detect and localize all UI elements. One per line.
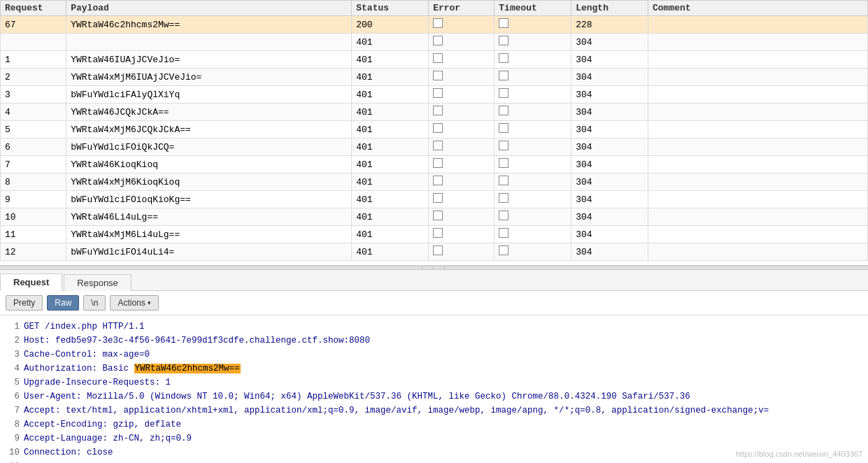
highlighted-token: YWRtaW46c2hhcms2Mw== xyxy=(134,364,241,373)
intruder-results-table[interactable]: Request Payload Status Error Timeout Len… xyxy=(0,0,868,266)
cell-error[interactable] xyxy=(429,104,495,121)
cell-payload: YWRtaW46IUAjJCVeJio= xyxy=(66,51,352,69)
cell-comment xyxy=(648,243,868,261)
cell-length: 304 xyxy=(571,173,648,191)
table-row[interactable]: 67YWRtaW46c2hhcms2Mw==200228 xyxy=(1,16,868,34)
table-row[interactable]: 11YWRtaW4xMjM6Li4uLg==401304 xyxy=(1,226,868,243)
table-row[interactable]: 3bWFuYWdlciFAlyQlXiYq401304 xyxy=(1,86,868,104)
cell-comment xyxy=(648,173,868,191)
request-line: 4Authorization: Basic YWRtaW46c2hhcms2Mw… xyxy=(7,362,861,376)
request-line: 9Accept-Language: zh-CN, zh;q=0.9 xyxy=(7,432,861,446)
table-row[interactable]: 12bWFuYWdlciFOi4uLi4=401304 xyxy=(1,243,868,261)
cell-timeout[interactable] xyxy=(495,173,571,191)
cell-error[interactable] xyxy=(429,156,495,173)
cell-request-id: 67 xyxy=(1,16,66,34)
line-number: 10 xyxy=(7,446,20,460)
cell-comment xyxy=(648,104,868,121)
cell-length: 304 xyxy=(571,138,648,156)
cell-comment xyxy=(648,121,868,138)
cell-length: 304 xyxy=(571,208,648,226)
cell-timeout[interactable] xyxy=(495,191,571,208)
cell-timeout[interactable] xyxy=(495,226,571,243)
tab-request[interactable]: Request xyxy=(0,273,62,291)
cell-status: 200 xyxy=(352,16,429,34)
table-row[interactable]: 4YWRtaW46JCQkJCkA==401304 xyxy=(1,104,868,121)
cell-error[interactable] xyxy=(429,69,495,86)
request-line: 10Connection: close xyxy=(7,446,861,460)
pretty-button[interactable]: Pretty xyxy=(6,295,43,311)
cell-error[interactable] xyxy=(429,173,495,191)
cell-error[interactable] xyxy=(429,243,495,261)
raw-button[interactable]: Raw xyxy=(47,295,79,311)
cell-error[interactable] xyxy=(429,208,495,226)
table-row[interactable]: 1YWRtaW46IUAjJCVeJio=401304 xyxy=(1,51,868,69)
cell-status: 401 xyxy=(352,34,429,51)
cell-length: 304 xyxy=(571,156,648,173)
tab-bar: Request Response xyxy=(0,270,868,291)
col-header-length: Length xyxy=(571,1,648,16)
table-row[interactable]: 8YWRtaW4xMjM6KioqKioq401304 xyxy=(1,173,868,191)
request-content: 1GET /index.php HTTP/1.12Host: fedb5e97-… xyxy=(0,315,868,463)
cell-status: 401 xyxy=(352,226,429,243)
cell-timeout[interactable] xyxy=(495,104,571,121)
cell-length: 304 xyxy=(571,69,648,86)
cell-payload: bWFuYWdlciFAlyQlXiYq xyxy=(66,86,352,104)
cell-comment xyxy=(648,208,868,226)
cell-error[interactable] xyxy=(429,34,495,51)
cell-error[interactable] xyxy=(429,138,495,156)
tab-response[interactable]: Response xyxy=(64,274,131,291)
cell-timeout[interactable] xyxy=(495,34,571,51)
cell-error[interactable] xyxy=(429,86,495,104)
cell-request-id: 12 xyxy=(1,243,66,261)
cell-error[interactable] xyxy=(429,226,495,243)
cell-error[interactable] xyxy=(429,121,495,138)
table-row[interactable]: 9bWFuYWdlciFOioqKioKg==401304 xyxy=(1,191,868,208)
cell-length: 304 xyxy=(571,191,648,208)
cell-payload: YWRtaW46Li4uLg== xyxy=(66,208,352,226)
cell-request-id: 7 xyxy=(1,156,66,173)
cell-timeout[interactable] xyxy=(495,156,571,173)
cell-timeout[interactable] xyxy=(495,69,571,86)
table-row[interactable]: 7YWRtaW46KioqKioq401304 xyxy=(1,156,868,173)
cell-request-id: 11 xyxy=(1,226,66,243)
cell-timeout[interactable] xyxy=(495,51,571,69)
cell-error[interactable] xyxy=(429,191,495,208)
cell-payload: YWRtaW4xMjM6KioqKioq xyxy=(66,173,352,191)
line-number: 3 xyxy=(7,348,20,362)
table-row[interactable]: 5YWRtaW4xMjM6JCQkJCkA==401304 xyxy=(1,121,868,138)
cell-request-id: 10 xyxy=(1,208,66,226)
line-text: Accept-Encoding: gzip, deflate xyxy=(24,418,181,432)
cell-timeout[interactable] xyxy=(495,86,571,104)
actions-button[interactable]: Actions ▾ xyxy=(110,295,158,311)
table-row[interactable]: 6bWFuYWdlciFOiQkJCQ=401304 xyxy=(1,138,868,156)
request-line: 7Accept: text/html, application/xhtml+xm… xyxy=(7,404,861,418)
cell-payload: YWRtaW4xMjM6Li4uLg== xyxy=(66,226,352,243)
line-number: 6 xyxy=(7,390,20,404)
cell-length: 304 xyxy=(571,34,648,51)
cell-timeout[interactable] xyxy=(495,138,571,156)
cell-payload: YWRtaW4xMjM6JCQkJCkA== xyxy=(66,121,352,138)
cell-comment xyxy=(648,34,868,51)
cell-comment xyxy=(648,191,868,208)
line-text: Accept-Language: zh-CN, zh;q=0.9 xyxy=(24,432,192,446)
newline-button[interactable]: \n xyxy=(83,295,106,311)
cell-timeout[interactable] xyxy=(495,243,571,261)
cell-error[interactable] xyxy=(429,51,495,69)
cell-error[interactable] xyxy=(429,16,495,34)
resize-dots: · · · xyxy=(420,264,448,272)
table-row[interactable]: 2YWRtaW4xMjM6IUAjJCVeJio=401304 xyxy=(1,69,868,86)
cell-comment xyxy=(648,16,868,34)
request-line: 1GET /index.php HTTP/1.1 xyxy=(7,320,861,334)
cell-payload: YWRtaW4xMjM6IUAjJCVeJio= xyxy=(66,69,352,86)
cell-comment xyxy=(648,156,868,173)
cell-timeout[interactable] xyxy=(495,208,571,226)
cell-request-id: 3 xyxy=(1,86,66,104)
cell-timeout[interactable] xyxy=(495,16,571,34)
table-row[interactable]: 401304 xyxy=(1,34,868,51)
cell-length: 228 xyxy=(571,16,648,34)
line-text: User-Agent: Mozilla/5.0 (Windows NT 10.0… xyxy=(24,390,690,404)
line-number: 1 xyxy=(7,320,20,334)
table-row[interactable]: 10YWRtaW46Li4uLg==401304 xyxy=(1,208,868,226)
line-number: 2 xyxy=(7,334,20,348)
cell-timeout[interactable] xyxy=(495,121,571,138)
